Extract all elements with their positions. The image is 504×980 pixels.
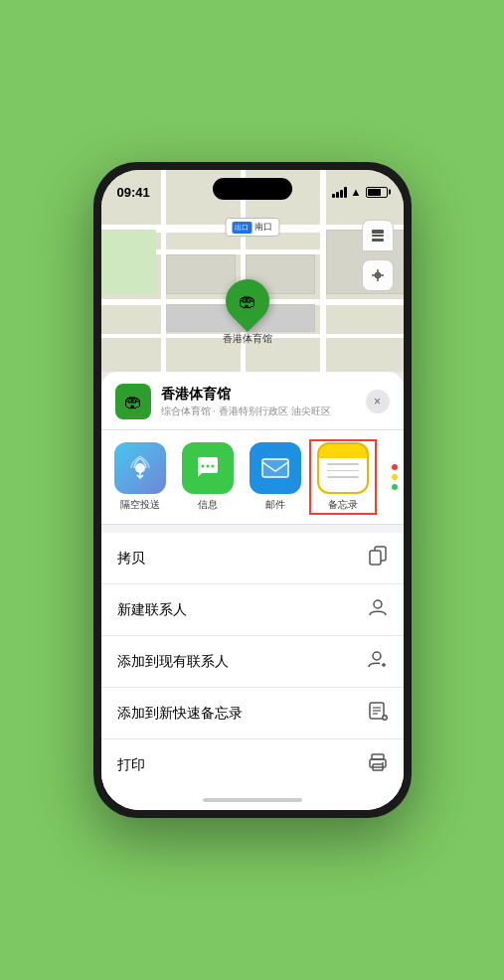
svg-point-8	[211, 465, 214, 468]
new-contact-label: 新建联系人	[117, 601, 187, 619]
venue-info: 香港体育馆 综合体育馆 · 香港特别行政区 油尖旺区	[161, 386, 356, 418]
mail-icon	[250, 442, 301, 494]
status-icons: ▲	[332, 186, 388, 198]
share-app-airdrop[interactable]: 隔空投送	[109, 442, 171, 512]
svg-point-14	[373, 652, 381, 660]
action-add-existing[interactable]: 添加到现有联系人	[101, 636, 404, 688]
phone-frame: 09:41 ▲	[93, 162, 412, 818]
svg-point-6	[201, 465, 204, 468]
pin-icon: 🏟	[239, 291, 256, 312]
more-apps-indicator	[380, 442, 404, 512]
signal-icon	[332, 186, 347, 198]
print-label: 打印	[117, 756, 145, 774]
pin-circle: 🏟	[216, 270, 277, 332]
messages-icon	[182, 442, 234, 494]
venue-name: 香港体育馆	[161, 386, 356, 404]
copy-label: 拷贝	[117, 550, 145, 568]
label-text: 南口	[254, 221, 272, 234]
wifi-icon: ▲	[351, 186, 362, 198]
map-layers-button[interactable]	[362, 220, 394, 251]
dot-red	[392, 464, 398, 470]
venue-header: 🏟 香港体育馆 综合体育馆 · 香港特别行政区 油尖旺区 ×	[101, 372, 404, 430]
share-apps-row: 隔空投送 信息	[101, 430, 404, 525]
add-contact-icon	[368, 649, 388, 674]
action-copy[interactable]: 拷贝	[101, 533, 404, 584]
map-label: 出口 南口	[225, 218, 279, 237]
messages-label: 信息	[198, 498, 218, 512]
share-app-notes[interactable]: 备忘录	[312, 442, 374, 512]
close-button[interactable]: ×	[366, 390, 390, 413]
notes-icon	[317, 442, 369, 494]
airdrop-icon	[114, 442, 166, 494]
dot-green	[392, 484, 398, 490]
svg-point-7	[206, 465, 209, 468]
pin-label: 香港体育馆	[223, 332, 272, 346]
share-app-mail[interactable]: 邮件	[245, 442, 306, 512]
phone-screen: 09:41 ▲	[101, 170, 404, 810]
svg-rect-12	[370, 551, 381, 565]
dot-yellow	[392, 474, 398, 480]
action-add-notes[interactable]: 添加到新快速备忘录	[101, 688, 404, 739]
svg-point-13	[374, 600, 382, 608]
add-notes-label: 添加到新快速备忘录	[117, 705, 243, 723]
copy-icon	[368, 546, 388, 571]
status-time: 09:41	[117, 185, 150, 200]
home-indicator	[101, 790, 404, 810]
venue-icon: 🏟	[115, 384, 151, 419]
label-badge: 出口	[232, 222, 252, 234]
dynamic-island	[213, 178, 292, 200]
action-new-contact[interactable]: 新建联系人	[101, 584, 404, 636]
home-bar	[203, 798, 302, 802]
svg-rect-9	[262, 459, 288, 477]
location-button[interactable]	[362, 259, 394, 291]
action-list: 拷贝 新建联系人	[101, 533, 404, 790]
new-contact-icon	[368, 597, 388, 622]
svg-point-28	[382, 762, 384, 764]
mail-label: 邮件	[265, 498, 285, 512]
print-icon	[368, 752, 388, 777]
map-controls	[362, 220, 394, 291]
action-print[interactable]: 打印	[101, 739, 404, 790]
airdrop-label: 隔空投送	[120, 498, 160, 512]
svg-rect-0	[372, 230, 384, 234]
add-existing-label: 添加到现有联系人	[117, 653, 229, 671]
location-pin: 🏟 香港体育馆	[223, 279, 272, 346]
battery-icon	[366, 187, 388, 198]
bottom-sheet: 🏟 香港体育馆 综合体育馆 · 香港特别行政区 油尖旺区 ×	[101, 372, 404, 810]
svg-rect-1	[372, 235, 384, 237]
notes-label: 备忘录	[328, 498, 358, 512]
quick-note-icon	[368, 701, 388, 726]
share-app-messages[interactable]: 信息	[177, 442, 239, 512]
svg-rect-2	[372, 239, 384, 242]
venue-desc: 综合体育馆 · 香港特别行政区 油尖旺区	[161, 405, 356, 418]
